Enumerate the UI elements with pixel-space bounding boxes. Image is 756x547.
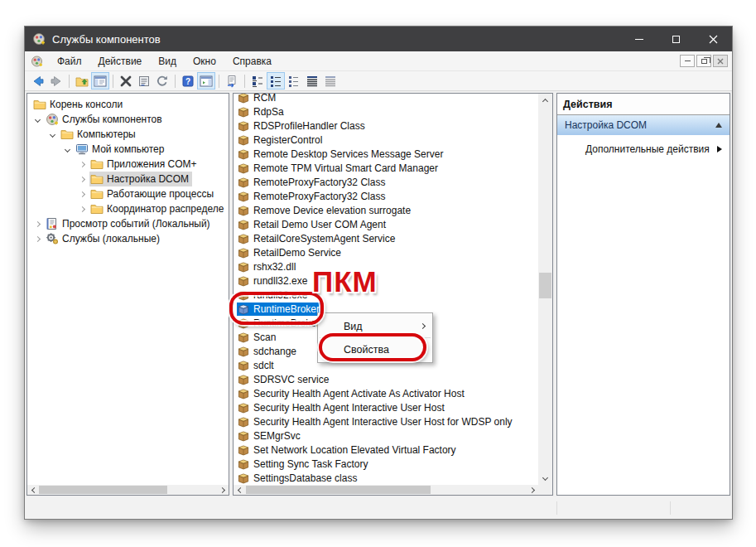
minimize-button[interactable] bbox=[620, 27, 657, 51]
tree-horizontal-scrollbar[interactable] bbox=[27, 485, 229, 495]
child-minimize-button[interactable] bbox=[680, 55, 695, 67]
console-tree-toggle-button[interactable] bbox=[91, 72, 109, 90]
scrollbar-thumb[interactable] bbox=[39, 486, 167, 494]
tree-item-службы[interactable]: Службы компонентов bbox=[28, 112, 228, 127]
chevron-collapsed-icon[interactable] bbox=[30, 222, 45, 226]
annotation-circle-properties bbox=[319, 333, 426, 361]
list-item[interactable]: RetailCoreSystemAgent Service bbox=[234, 231, 537, 245]
view-large-icons-button[interactable] bbox=[248, 72, 267, 90]
view-extra-button[interactable] bbox=[321, 72, 339, 90]
scroll-right-arrow[interactable] bbox=[218, 485, 229, 495]
actions-group-header[interactable]: Настройка DCOM bbox=[557, 115, 730, 135]
list-item[interactable]: Security Health Agent Interactive User H… bbox=[234, 400, 537, 414]
action-pane-toggle-button[interactable] bbox=[197, 72, 215, 90]
list-item[interactable]: Setting Sync Task Factory bbox=[234, 457, 537, 471]
menu-окно[interactable]: Окно bbox=[185, 51, 224, 70]
list-item-label: SettingsDatabase class bbox=[253, 472, 357, 484]
child-close-button[interactable] bbox=[713, 55, 728, 67]
scroll-left-arrow[interactable] bbox=[27, 485, 38, 495]
list-item-label: RCM bbox=[253, 93, 276, 104]
chevron-collapsed-icon[interactable] bbox=[75, 162, 89, 167]
more-actions-item[interactable]: Дополнительные действия bbox=[557, 139, 730, 159]
dcom-component-icon bbox=[238, 148, 249, 160]
list-item[interactable]: SEMgrSvc bbox=[234, 428, 537, 443]
list-item[interactable]: rshx32.dll bbox=[234, 259, 537, 274]
list-item[interactable]: RdpSa bbox=[234, 104, 537, 119]
tree-item-настройка[interactable]: Настройка DCOM bbox=[28, 172, 228, 186]
list-item[interactable]: Security Health Agent Interactive User H… bbox=[234, 414, 537, 428]
toolbar-separator bbox=[175, 75, 176, 88]
properties-button[interactable] bbox=[135, 72, 153, 90]
view-small-icons-button[interactable] bbox=[267, 72, 285, 90]
view-details-button[interactable] bbox=[303, 72, 321, 90]
tree-item-приложения[interactable]: Приложения COM+ bbox=[28, 157, 228, 172]
list-item[interactable]: SettingsDatabase class bbox=[234, 471, 537, 485]
list-item[interactable]: RemoteProxyFactory32 Class bbox=[234, 175, 537, 189]
list-item[interactable]: RDSProfileHandler Class bbox=[234, 119, 537, 133]
tree-item-работающие[interactable]: Работающие процессы bbox=[28, 186, 228, 201]
scrollbar-thumb[interactable] bbox=[246, 486, 431, 494]
scroll-right-arrow[interactable] bbox=[527, 485, 538, 495]
scroll-down-arrow[interactable] bbox=[538, 472, 552, 485]
view-list-button[interactable] bbox=[285, 72, 303, 90]
chevron-expanded-icon[interactable] bbox=[45, 133, 60, 137]
export-list-button[interactable] bbox=[223, 72, 241, 90]
folder-icon bbox=[90, 187, 104, 201]
list-item-content: Security Health Agent Interactive User H… bbox=[237, 415, 516, 428]
list-item[interactable]: Set Network Location Elevated Virtual Fa… bbox=[234, 443, 537, 457]
list-item[interactable]: Remote TPM Virtual Smart Card Manager bbox=[234, 161, 537, 175]
up-one-level-button[interactable] bbox=[73, 72, 91, 90]
list-item[interactable]: Remove Device elevation surrogate bbox=[234, 203, 537, 217]
refresh-button[interactable] bbox=[153, 72, 171, 90]
tree-item-координатор[interactable]: Координатор распределе bbox=[28, 201, 228, 216]
child-restore-button[interactable] bbox=[696, 55, 711, 67]
list-item[interactable]: RCM bbox=[234, 93, 537, 104]
forward-icon bbox=[50, 75, 63, 88]
list-item[interactable]: Retail Demo User COM Agent bbox=[234, 217, 537, 231]
dcom-component-icon bbox=[238, 233, 249, 244]
back-button[interactable] bbox=[29, 72, 47, 90]
menu-справка[interactable]: Справка bbox=[224, 51, 280, 70]
tree-item-label: Работающие процессы bbox=[107, 188, 214, 200]
list-item-label: RdpSa bbox=[253, 106, 284, 118]
list-item-content: sdchange bbox=[237, 345, 300, 358]
tree-item-компьютеры[interactable]: Компьютеры bbox=[28, 127, 228, 142]
scrollbar-thumb[interactable] bbox=[539, 273, 551, 298]
folder-icon bbox=[90, 172, 104, 186]
chevron-collapsed-icon[interactable] bbox=[30, 237, 45, 241]
chevron-expanded-icon[interactable] bbox=[30, 118, 45, 122]
menu-файл[interactable]: Файл bbox=[49, 51, 90, 70]
event-viewer-icon bbox=[46, 217, 59, 230]
menu-вид[interactable]: Вид bbox=[150, 51, 185, 70]
tree-node-content: Настройка DCOM bbox=[89, 172, 192, 186]
chevron-collapsed-icon[interactable] bbox=[75, 192, 89, 196]
tree-item-просмотр[interactable]: Просмотр событий (Локальный) bbox=[28, 216, 228, 231]
list-item[interactable]: rundll32.exe bbox=[234, 274, 537, 288]
list-item[interactable]: RegisterControl bbox=[234, 133, 537, 147]
list-item-content: Security Health Agent Interactive User H… bbox=[237, 401, 448, 414]
restore-icon bbox=[701, 59, 707, 64]
list-item[interactable]: Security Health Agent Activate As Activa… bbox=[234, 386, 537, 400]
dcom-component-icon bbox=[238, 388, 249, 399]
tree-item-мой[interactable]: Мой компьютер bbox=[28, 142, 228, 157]
tree-item-корень[interactable]: Корень консоли bbox=[28, 97, 228, 112]
list-horizontal-scrollbar[interactable] bbox=[234, 485, 538, 495]
list-item[interactable]: Remote Desktop Services Message Server bbox=[234, 147, 537, 161]
chevron-expanded-icon[interactable] bbox=[60, 148, 75, 152]
maximize-button[interactable] bbox=[657, 27, 695, 51]
close-button[interactable] bbox=[695, 27, 732, 51]
delete-button[interactable] bbox=[117, 72, 135, 90]
chevron-collapsed-icon[interactable] bbox=[75, 207, 89, 211]
menu-действие[interactable]: Действие bbox=[90, 51, 151, 70]
list-item[interactable]: RetailDemo Service bbox=[234, 245, 537, 259]
list-item[interactable]: SDRSVC service bbox=[234, 372, 537, 386]
chevron-collapsed-icon[interactable] bbox=[75, 177, 89, 182]
help-button[interactable]: ? bbox=[179, 72, 197, 90]
scroll-up-arrow[interactable] bbox=[538, 94, 552, 106]
scroll-left-arrow[interactable] bbox=[234, 485, 244, 495]
forward-button[interactable] bbox=[47, 72, 65, 90]
list-vertical-scrollbar[interactable] bbox=[538, 94, 552, 485]
tree-item-label: Мой компьютер bbox=[92, 143, 164, 155]
list-item[interactable]: RemoteProxyFactory32 Class bbox=[234, 189, 537, 203]
tree-item-службы[interactable]: Службы (локальные) bbox=[28, 231, 228, 246]
